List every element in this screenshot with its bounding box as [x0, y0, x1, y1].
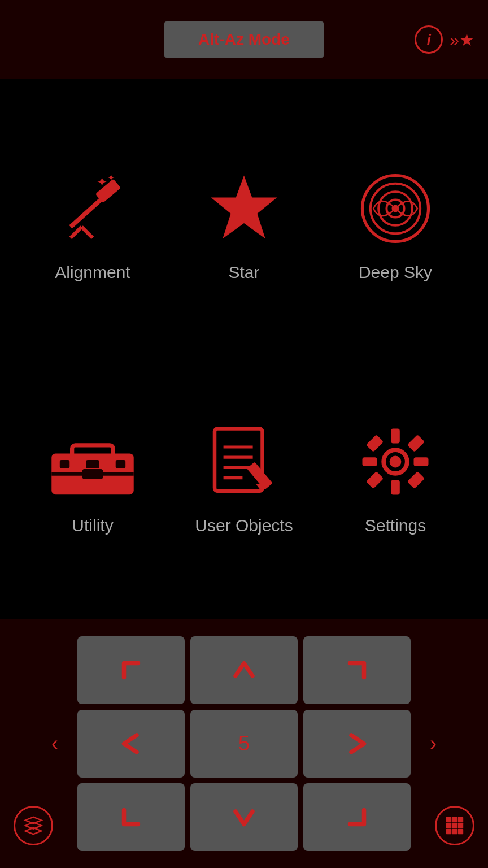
top-bar: Alt-Az Mode i »★ [0, 0, 488, 79]
svg-marker-7 [211, 176, 277, 239]
mode-button[interactable]: Alt-Az Mode [164, 21, 324, 58]
left-button[interactable] [77, 710, 185, 778]
svg-text:✦: ✦ [115, 184, 121, 192]
svg-rect-18 [116, 460, 125, 468]
svg-point-28 [390, 456, 402, 468]
corner-tl-button[interactable] [77, 636, 185, 704]
utility-icon [47, 416, 138, 507]
svg-rect-29 [391, 429, 400, 444]
menu-item-alignment[interactable]: ✦ ✦ ✦ Alignment [23, 102, 163, 344]
svg-text:✦: ✦ [107, 173, 115, 183]
svg-rect-19 [86, 460, 99, 468]
deep-sky-label: Deep Sky [359, 263, 432, 282]
speed-display: 5 [190, 710, 298, 778]
svg-rect-17 [60, 460, 69, 468]
corner-br-button[interactable] [303, 783, 411, 851]
svg-rect-34 [407, 435, 425, 452]
svg-text:✦: ✦ [97, 175, 107, 189]
menu-item-settings[interactable]: Settings [325, 355, 465, 597]
info-icon[interactable]: i [415, 25, 443, 54]
svg-rect-39 [458, 817, 464, 823]
svg-rect-16 [82, 469, 103, 479]
svg-rect-42 [458, 823, 464, 828]
main-menu: ✦ ✦ ✦ Alignment Star [0, 79, 488, 619]
svg-line-2 [71, 227, 82, 238]
svg-rect-44 [452, 829, 457, 835]
svg-line-3 [82, 227, 93, 238]
star-label: Star [228, 263, 259, 282]
svg-rect-32 [414, 457, 429, 466]
settings-icon [350, 416, 441, 507]
user-objects-label: User Objects [195, 516, 293, 535]
up-button[interactable] [190, 636, 298, 704]
svg-rect-20 [215, 429, 263, 492]
top-right-icons: i »★ [415, 25, 474, 54]
settings-label: Settings [365, 516, 426, 535]
bottom-panel: ‹ [0, 619, 488, 868]
user-objects-icon [199, 416, 289, 507]
layers-icon[interactable] [14, 806, 53, 845]
svg-rect-43 [446, 829, 452, 835]
svg-rect-37 [446, 817, 452, 823]
svg-rect-40 [446, 823, 452, 828]
grid-icon[interactable] [435, 806, 474, 845]
svg-rect-36 [407, 471, 425, 489]
alignment-icon: ✦ ✦ ✦ [47, 163, 138, 254]
menu-item-star[interactable]: Star [174, 102, 314, 344]
svg-rect-30 [391, 480, 400, 495]
right-button[interactable] [303, 710, 411, 778]
down-button[interactable] [190, 783, 298, 851]
svg-rect-31 [363, 457, 377, 466]
prev-page-button[interactable]: ‹ [38, 726, 72, 761]
alignment-label: Alignment [55, 263, 130, 282]
next-page-button[interactable]: › [416, 726, 450, 761]
corner-tr-button[interactable] [303, 636, 411, 704]
svg-rect-38 [452, 817, 457, 823]
utility-label: Utility [72, 516, 113, 535]
chevron-star-icon[interactable]: »★ [450, 30, 474, 50]
svg-rect-35 [366, 471, 384, 489]
menu-item-deep-sky[interactable]: Deep Sky [325, 102, 465, 344]
nav-grid-container: ‹ [38, 636, 450, 851]
menu-item-user-objects[interactable]: User Objects [174, 355, 314, 597]
svg-rect-41 [452, 823, 457, 828]
deep-sky-icon [350, 163, 441, 254]
nav-grid: 5 [77, 636, 411, 851]
svg-rect-33 [366, 435, 384, 452]
star-icon [199, 163, 289, 254]
corner-bl-button[interactable] [77, 783, 185, 851]
menu-item-utility[interactable]: Utility [23, 355, 163, 597]
svg-rect-45 [458, 829, 464, 835]
